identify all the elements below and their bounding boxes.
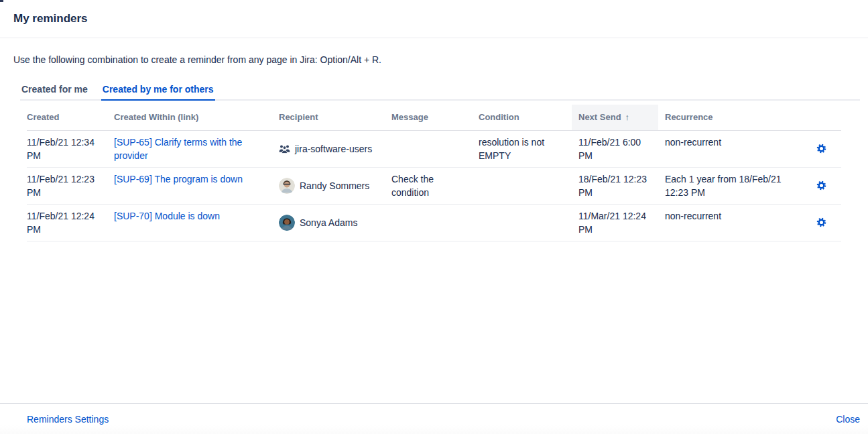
page-title: My reminders — [13, 12, 88, 25]
issue-link[interactable]: [SUP-65] Clarify terms with the provider — [114, 137, 242, 161]
tab-created-by-me-for-others[interactable]: Created by me for others — [101, 84, 215, 101]
column-header-recipient[interactable]: Recipient — [272, 105, 385, 130]
cell-created: 11/Feb/21 12:34 PM — [27, 130, 107, 167]
tabs-row: Created for me Created by me for others — [20, 84, 860, 101]
cell-created: 11/Feb/21 12:24 PM — [27, 204, 107, 241]
table-header-row: Created Created Within (link) Recipient … — [27, 105, 841, 130]
table-row: 11/Feb/21 12:34 PM [SUP-65] Clarify term… — [27, 130, 841, 167]
cell-recipient: jira-software-users — [272, 130, 385, 167]
recipient-name: jira-software-users — [295, 142, 372, 156]
cell-recurrence: Each 1 year from 18/Feb/21 12:23 PM — [658, 167, 811, 204]
gear-icon — [816, 180, 826, 191]
column-header-actions — [811, 105, 841, 130]
column-header-next-send-label: Next Send — [578, 112, 621, 122]
cell-recurrence: non-recurrent — [658, 204, 811, 241]
dialog-footer: Reminders Settings Close — [0, 403, 868, 434]
column-header-created-within[interactable]: Created Within (link) — [107, 105, 272, 130]
group-icon — [279, 144, 290, 154]
avatar — [279, 215, 295, 231]
cell-actions — [811, 130, 841, 167]
reminders-table: Created Created Within (link) Recipient … — [27, 105, 841, 241]
reminders-table-wrap: Created Created Within (link) Recipient … — [27, 105, 841, 241]
gear-icon — [816, 217, 826, 227]
recipient-name: Randy Sommers — [300, 179, 369, 193]
cell-message — [385, 204, 472, 241]
cell-message — [385, 130, 472, 167]
cell-actions — [811, 167, 841, 204]
avatar — [279, 178, 295, 194]
column-header-message[interactable]: Message — [385, 105, 472, 130]
cell-created-within: [SUP-65] Clarify terms with the provider — [107, 130, 272, 167]
dialog-body: Use the following combination to create … — [0, 38, 868, 403]
cell-recipient: Sonya Adams — [272, 204, 385, 241]
reminders-settings-link[interactable]: Reminders Settings — [27, 414, 109, 425]
gear-icon — [816, 144, 826, 154]
table-row: 11/Feb/21 12:23 PM [SUP-69] The program … — [27, 167, 841, 204]
cell-created-within: [SUP-70] Module is down — [107, 204, 272, 241]
cell-condition — [472, 204, 572, 241]
cell-next-send: 11/Mar/21 12:24 PM — [572, 204, 658, 241]
sort-ascending-icon: ↑ — [625, 112, 630, 122]
cell-recurrence: non-recurrent — [658, 130, 811, 167]
reminder-settings-gear-button[interactable] — [816, 144, 826, 154]
cell-next-send: 18/Feb/21 12:23 PM — [572, 167, 658, 204]
issue-link[interactable]: [SUP-70] Module is down — [114, 211, 220, 221]
reminder-settings-gear-button[interactable] — [816, 217, 826, 227]
cell-condition: resolution is not EMPTY — [472, 130, 572, 167]
cell-message: Check the condition — [385, 167, 472, 204]
table-row: 11/Feb/21 12:24 PM [SUP-70] Module is do… — [27, 204, 841, 241]
recipient-name: Sonya Adams — [300, 216, 357, 229]
cell-next-send: 11/Feb/21 6:00 PM — [572, 130, 658, 167]
column-header-created[interactable]: Created — [27, 105, 107, 130]
cell-created: 11/Feb/21 12:23 PM — [27, 167, 107, 204]
cell-actions — [811, 204, 841, 241]
cell-condition — [472, 167, 572, 204]
cell-created-within: [SUP-69] The program is down — [107, 167, 272, 204]
tab-created-for-me[interactable]: Created for me — [20, 84, 89, 101]
shortcut-instruction-text: Use the following combination to create … — [13, 54, 855, 66]
dialog-header: My reminders — [0, 0, 868, 38]
column-header-next-send[interactable]: Next Send↑ — [572, 105, 658, 130]
close-button[interactable]: Close — [836, 414, 860, 425]
reminder-settings-gear-button[interactable] — [816, 180, 826, 191]
my-reminders-dialog: My reminders Use the following combinati… — [0, 0, 868, 434]
screen-corner-artifact — [0, 0, 3, 2]
issue-link[interactable]: [SUP-69] The program is down — [114, 174, 243, 184]
column-header-condition[interactable]: Condition — [472, 105, 572, 130]
cell-recipient: Randy Sommers — [272, 167, 385, 204]
column-header-recurrence[interactable]: Recurrence — [658, 105, 811, 130]
